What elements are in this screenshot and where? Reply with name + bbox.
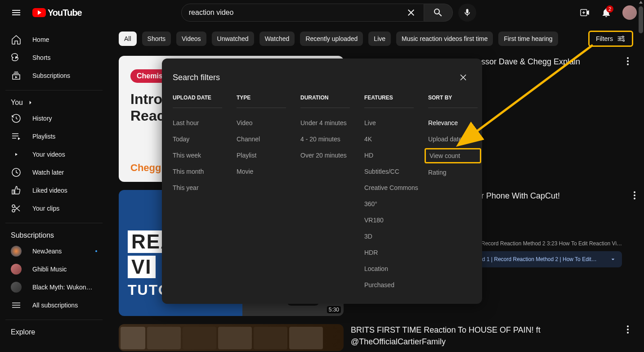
sidebar-item-watch-later[interactable]: Watch later xyxy=(5,163,103,181)
svg-point-5 xyxy=(619,38,621,39)
video-thumbnail[interactable] xyxy=(119,324,344,351)
filter-option[interactable]: This month xyxy=(173,163,222,180)
chapters-bar[interactable]: d 1 | Record Reaction Method 2 | How To … xyxy=(477,251,622,267)
filter-option[interactable]: This week xyxy=(173,147,222,163)
sidebar-sub-blackmyth[interactable]: Black Myth: Wukon… xyxy=(5,278,103,296)
filter-chips-row: All Shorts Videos Unwatched Watched Rece… xyxy=(119,31,633,47)
search-box[interactable] xyxy=(181,4,424,22)
filter-column-header: DURATION xyxy=(300,95,350,108)
sidebar-subs-heading: Subscriptions xyxy=(5,229,103,242)
divider xyxy=(5,223,103,223)
svg-point-8 xyxy=(627,60,629,62)
sidebar-item-subscriptions[interactable]: Subscriptions xyxy=(5,67,103,85)
filter-option[interactable]: Last hour xyxy=(173,115,222,131)
filters-button[interactable]: Filters xyxy=(588,31,633,47)
filter-option[interactable]: 360° xyxy=(364,196,414,212)
voice-search-button[interactable] xyxy=(458,4,476,22)
sidebar-item-home[interactable]: Home xyxy=(5,31,103,49)
filter-option[interactable]: Relevance xyxy=(428,115,478,131)
filter-columns: UPLOAD DATELast hourTodayThis weekThis m… xyxy=(173,95,471,293)
account-avatar[interactable] xyxy=(622,5,637,20)
filter-option[interactable]: Today xyxy=(173,131,222,147)
sidebar-label: Watch later xyxy=(32,169,64,176)
create-icon xyxy=(579,7,590,18)
hamburger-menu[interactable] xyxy=(7,4,25,22)
sidebar-item-your-clips[interactable]: Your clips xyxy=(5,199,103,217)
filter-option[interactable]: Playlist xyxy=(237,147,286,163)
your-videos-icon xyxy=(11,149,22,160)
chip-recently-uploaded[interactable]: Recently uploaded xyxy=(300,32,363,46)
microphone-icon xyxy=(463,8,472,17)
youtube-logo[interactable]: YouTube xyxy=(32,8,82,18)
sidebar-item-playlists[interactable]: Playlists xyxy=(5,127,103,145)
filter-column: SORT BYRelevanceUpload dateView countRat… xyxy=(428,95,478,293)
sidebar-label: Your videos xyxy=(32,151,65,158)
filter-option[interactable]: Live xyxy=(364,115,414,131)
sidebar-label: History xyxy=(32,115,52,122)
sidebar-label: Shorts xyxy=(32,54,50,61)
scrollbar-thumb[interactable] xyxy=(639,6,643,33)
filter-column: TYPEVideoChannelPlaylistMovie xyxy=(237,95,286,293)
more-options-button[interactable] xyxy=(622,56,633,67)
sidebar-item-liked-videos[interactable]: Liked videos xyxy=(5,181,103,199)
chip-live[interactable]: Live xyxy=(368,32,391,46)
search-input[interactable] xyxy=(189,9,406,17)
filter-option[interactable]: 3D xyxy=(364,228,414,244)
filter-option[interactable]: 4K xyxy=(364,131,414,147)
filter-option[interactable]: Over 20 minutes xyxy=(300,147,350,163)
video-title[interactable]: BRITS FIRST TIME Reaction To HOUSE OF PA… xyxy=(351,324,615,347)
chip-videos[interactable]: Videos xyxy=(176,32,206,46)
filter-option[interactable]: HD xyxy=(364,147,414,163)
sidebar-item-shorts[interactable]: Shorts xyxy=(5,49,103,67)
chip-unwatched[interactable]: Unwatched xyxy=(212,32,254,46)
sidebar-item-your-videos[interactable]: Your videos xyxy=(5,145,103,163)
search-button[interactable] xyxy=(424,4,453,22)
create-button[interactable] xyxy=(576,4,594,22)
filter-option[interactable]: View count xyxy=(425,148,481,163)
filter-option[interactable]: Subtitles/CC xyxy=(364,163,414,180)
chip-music-reaction[interactable]: Music reaction videos first time xyxy=(396,32,493,46)
video-title[interactable]: essor Dave & Chegg Explain xyxy=(477,56,615,68)
filter-option[interactable]: Creative Commons xyxy=(364,180,414,196)
filter-option[interactable]: HDR xyxy=(364,244,414,261)
video-title[interactable]: ur Phone With CapCut! xyxy=(477,190,622,202)
sidebar-sub-newjeans[interactable]: NewJeans xyxy=(5,242,103,260)
filter-option[interactable]: This year xyxy=(173,180,222,196)
sidebar-explore-heading: Explore xyxy=(5,325,103,339)
filter-option[interactable]: VR180 xyxy=(364,212,414,228)
sidebar-you-heading[interactable]: You xyxy=(5,96,103,109)
sidebar-label: Your clips xyxy=(32,205,59,212)
filter-option[interactable]: Under 4 minutes xyxy=(300,115,350,131)
clear-icon[interactable] xyxy=(406,7,416,18)
sidebar-item-history[interactable]: History xyxy=(5,109,103,127)
notifications-button[interactable]: 2 xyxy=(597,4,615,22)
filter-option[interactable]: 4 - 20 minutes xyxy=(300,131,350,147)
filter-column-header: UPLOAD DATE xyxy=(173,95,222,108)
filter-option[interactable]: Video xyxy=(237,115,286,131)
sidebar-sub-ghibli[interactable]: Ghibli Music xyxy=(5,260,103,278)
filter-option[interactable]: Location xyxy=(364,261,414,277)
chip-first-time-hearing[interactable]: First time hearing xyxy=(498,32,558,46)
sidebar: Home Shorts Subscriptions You History Pl… xyxy=(0,25,108,352)
scrollbar[interactable] xyxy=(638,0,644,352)
sidebar-label: Liked videos xyxy=(32,187,67,194)
chip-watched[interactable]: Watched xyxy=(259,32,295,46)
chip-shorts[interactable]: Shorts xyxy=(142,32,171,46)
sidebar-label: NewJeans xyxy=(32,248,62,255)
youtube-wordmark: YouTube xyxy=(48,8,82,18)
svg-point-4 xyxy=(622,36,624,37)
sidebar-item-all-subs[interactable]: All subscriptions xyxy=(5,296,103,314)
kebab-icon xyxy=(622,56,633,67)
filter-option[interactable]: Movie xyxy=(237,163,286,180)
chip-all[interactable]: All xyxy=(119,32,137,46)
youtube-play-icon xyxy=(32,8,46,17)
close-button[interactable] xyxy=(455,69,471,86)
filter-option[interactable]: Rating xyxy=(428,164,478,181)
filter-option[interactable]: Purchased xyxy=(364,277,414,293)
sidebar-label: All subscriptions xyxy=(32,302,78,309)
scroll-up-icon[interactable] xyxy=(639,0,643,5)
more-options-button[interactable] xyxy=(622,324,633,335)
filter-option[interactable]: Channel xyxy=(237,131,286,147)
sidebar-label: Black Myth: Wukon… xyxy=(32,284,93,291)
filter-option[interactable]: Upload date xyxy=(428,131,478,147)
